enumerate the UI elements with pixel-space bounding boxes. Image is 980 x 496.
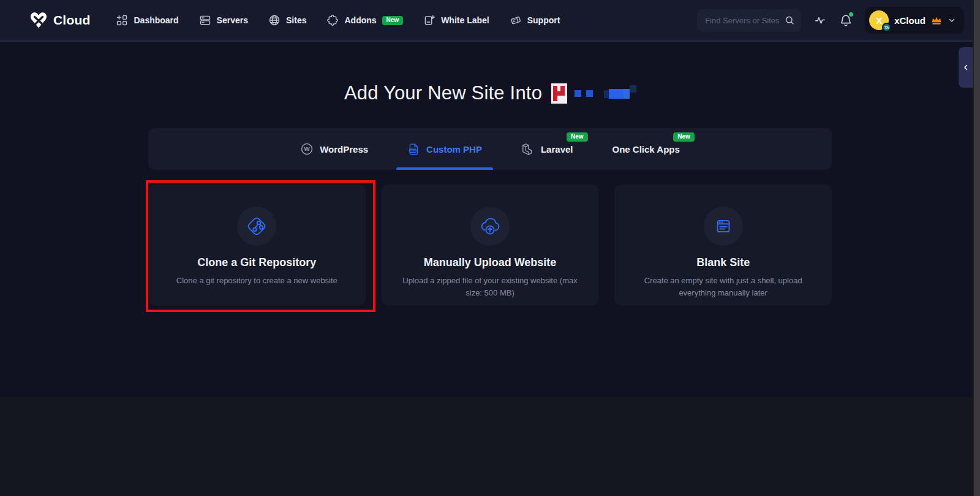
- active-tab-underline: [396, 167, 493, 170]
- global-search[interactable]: [697, 9, 801, 32]
- tab-one-click-apps[interactable]: One Click Apps New: [612, 128, 680, 170]
- card-description: Create an empty site with just a shell, …: [631, 275, 815, 299]
- top-navbar: Cloud Dashboard Servers: [0, 0, 980, 42]
- tab-label: WordPress: [320, 144, 368, 155]
- servers-icon: [199, 14, 211, 26]
- cloud-upload-icon: [470, 207, 510, 246]
- wordpress-icon: W: [300, 142, 314, 156]
- site-creation-options: Clone a Git Repository Clone a git repos…: [148, 185, 832, 305]
- crown-icon: [931, 15, 942, 25]
- account-menu[interactable]: X TA xCloud: [865, 7, 964, 34]
- card-title: Blank Site: [631, 256, 815, 269]
- nav-item-label: White Label: [441, 15, 489, 25]
- puzzle-icon: [326, 14, 339, 26]
- chevron-left-icon: [962, 64, 970, 71]
- site-type-tabbar: W WordPress PHP Custom PHP Laravel New O…: [148, 128, 832, 170]
- search-input[interactable]: [705, 16, 780, 25]
- account-name: xCloud: [894, 15, 925, 26]
- nav-item-label: Addons: [344, 15, 376, 25]
- tab-custom-php[interactable]: PHP Custom PHP: [407, 128, 482, 170]
- side-panel-toggle[interactable]: [959, 47, 973, 88]
- nav-item-label: Support: [527, 15, 560, 25]
- dashboard-icon: [116, 14, 128, 26]
- page-title: Add Your New Site Into: [344, 82, 542, 104]
- card-title: Clone a Git Repository: [165, 256, 349, 269]
- nav-item-white-label[interactable]: White Label: [423, 14, 489, 26]
- brand-logo[interactable]: Cloud: [28, 11, 90, 30]
- new-badge: New: [567, 132, 588, 142]
- nav-item-dashboard[interactable]: Dashboard: [116, 14, 178, 26]
- card-description: Clone a git repository to create a new w…: [165, 275, 349, 287]
- activity-pulse-icon[interactable]: [813, 13, 827, 27]
- nav-item-servers[interactable]: Servers: [199, 14, 248, 26]
- git-branch-icon: [237, 207, 276, 246]
- nav-item-label: Sites: [286, 15, 306, 25]
- tab-label: Laravel: [541, 144, 573, 155]
- ticket-icon: [510, 14, 522, 26]
- team-badge: TA: [882, 23, 891, 32]
- browser-window-icon: [704, 207, 743, 246]
- svg-text:PHP: PHP: [410, 149, 416, 152]
- avatar: X TA: [869, 10, 889, 30]
- card-slot-upload: Manually Upload Website Upload a zipped …: [382, 185, 599, 305]
- blank-site-card[interactable]: Blank Site Create an empty site with jus…: [614, 185, 832, 305]
- globe-icon: [268, 14, 281, 26]
- vertical-scrollbar[interactable]: [973, 0, 980, 496]
- search-icon[interactable]: [784, 15, 795, 26]
- card-slot-git: Clone a Git Repository Clone a git repos…: [148, 185, 366, 305]
- tab-label: Custom PHP: [426, 144, 482, 155]
- php-file-icon: PHP: [407, 142, 420, 156]
- manually-upload-website-card[interactable]: Manually Upload Website Upload a zipped …: [382, 185, 599, 305]
- tab-label: One Click Apps: [612, 144, 680, 155]
- nav-item-addons[interactable]: Addons New: [326, 14, 403, 26]
- page-lower-background: [0, 397, 973, 496]
- navbar-right-controls: X TA xCloud: [697, 7, 964, 34]
- nav-item-sites[interactable]: Sites: [268, 14, 306, 26]
- tab-laravel[interactable]: Laravel New: [521, 128, 573, 170]
- new-badge: New: [382, 16, 404, 25]
- card-title: Manually Upload Website: [399, 256, 582, 269]
- nav-item-label: Dashboard: [134, 15, 178, 25]
- main-nav: Dashboard Servers Sites: [116, 14, 560, 26]
- card-slot-blank: Blank Site Create an empty site with jus…: [614, 185, 832, 305]
- document-plus-icon: [423, 14, 435, 26]
- chevron-down-icon: [948, 16, 956, 25]
- new-badge: New: [673, 132, 695, 142]
- notifications-bell-icon[interactable]: [839, 13, 853, 27]
- nav-item-support[interactable]: Support: [510, 14, 560, 26]
- tab-wordpress[interactable]: W WordPress: [300, 128, 368, 170]
- brand-name: Cloud: [53, 13, 90, 28]
- card-description: Upload a zipped file of your existing we…: [399, 275, 582, 299]
- nav-item-label: Servers: [217, 15, 248, 25]
- svg-text:W: W: [304, 145, 311, 152]
- laravel-icon: [521, 142, 535, 156]
- xcloud-heart-logo-icon: [28, 11, 49, 30]
- redacted-server-name: [551, 83, 636, 104]
- page-header: Add Your New Site Into: [0, 82, 980, 104]
- clone-git-repository-card[interactable]: Clone a Git Repository Clone a git repos…: [148, 185, 366, 305]
